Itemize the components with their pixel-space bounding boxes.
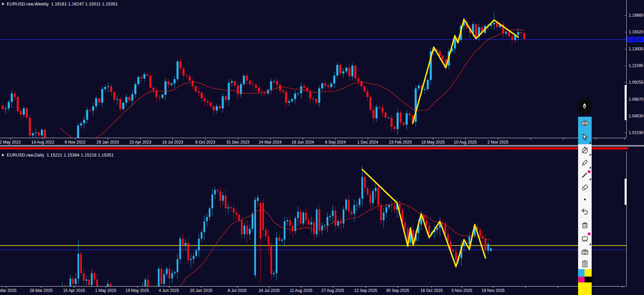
candle-body — [189, 76, 191, 81]
candle-body — [408, 113, 411, 115]
candle-body — [291, 99, 293, 101]
tool-eraser-button[interactable] — [578, 181, 592, 194]
candle-body — [487, 244, 489, 250]
candle-body — [351, 66, 353, 76]
time-axis-tick — [622, 286, 623, 288]
tool-clipboard-button[interactable] — [578, 258, 592, 269]
candle-body — [201, 93, 203, 98]
candle-body — [329, 216, 331, 217]
candle-body — [185, 243, 186, 245]
color-swatch[interactable] — [578, 269, 585, 277]
candle-body — [143, 74, 145, 79]
candle-body — [146, 74, 149, 76]
daily-time-axis[interactable]: 2 Mar 202528 Mar 202515 Apr 20251 May 20… — [0, 286, 626, 294]
separator-red-band — [0, 147, 628, 149]
candle-body — [270, 81, 272, 90]
date-label: 19 May 2025 — [125, 288, 149, 293]
candle-body — [96, 280, 98, 286]
candle-body — [195, 86, 197, 92]
color-swatch[interactable] — [578, 277, 585, 282]
pen-tool-button[interactable] — [577, 99, 592, 115]
candle-body — [95, 98, 97, 106]
candle-body — [369, 194, 371, 203]
tool-trash-button[interactable] — [578, 218, 592, 231]
candle-body — [113, 92, 115, 100]
separator-white-line — [0, 146, 644, 146]
timer-off-icon — [580, 146, 589, 154]
candle-body — [309, 91, 311, 98]
candle-body — [195, 250, 197, 256]
tool-timer-off-button[interactable] — [578, 144, 592, 156]
candle-body — [119, 99, 121, 109]
candle-body — [335, 211, 336, 226]
daily-chart-title: EURUSD.raw,Daily 1.15221 1.15384 1.15218… — [2, 153, 114, 158]
zigzag-line[interactable] — [413, 19, 518, 124]
candle-body — [380, 205, 382, 220]
tool-line-button[interactable] — [578, 169, 592, 181]
date-label: 24 Mar 2024 — [259, 140, 281, 145]
candle-body — [243, 76, 245, 84]
candle-body — [23, 108, 25, 115]
date-label: 10 Aug 2025 — [454, 140, 476, 145]
date-label: 14 Aug 2022 — [31, 140, 54, 145]
daily-scale-slider[interactable] — [625, 179, 627, 205]
candle-body — [428, 226, 430, 234]
tool-cursor-button[interactable] — [578, 130, 592, 144]
candle-body — [207, 101, 209, 103]
separator-gray-line — [0, 145, 644, 145]
weekly-time-axis[interactable]: 2 May 202214 Aug 20226 Nov 202229 Jan 20… — [0, 138, 626, 145]
candle-body — [390, 118, 393, 127]
tool-dot-button[interactable] — [578, 194, 592, 204]
candle-body — [302, 213, 304, 224]
candle-body — [77, 126, 79, 138]
candle-body — [140, 77, 142, 78]
color-swatch[interactable] — [585, 277, 592, 282]
tool-camera-button[interactable] — [578, 246, 592, 258]
undo-icon — [580, 207, 589, 216]
tool-eye-button[interactable] — [578, 117, 592, 130]
price-axis-tick — [625, 32, 627, 32]
weekly-plot-area[interactable] — [0, 0, 626, 138]
candle-body — [182, 68, 185, 76]
candle-body — [153, 88, 155, 91]
candle-body — [361, 177, 363, 198]
tool-easel-button[interactable] — [578, 231, 592, 246]
candle-body — [284, 221, 285, 240]
candle-body — [169, 269, 170, 279]
candle-body — [234, 81, 236, 86]
price-axis-tick — [625, 133, 627, 133]
tool-pencil-button[interactable] — [578, 156, 592, 169]
candle-body — [442, 56, 444, 59]
candle-body — [265, 230, 267, 236]
candle-body — [17, 97, 19, 111]
candle-body — [330, 83, 332, 87]
date-label: 20 Jun 2025 — [190, 288, 212, 293]
candle-body — [86, 280, 87, 281]
candle-body — [160, 269, 162, 284]
candle-body — [206, 217, 208, 222]
candle-body — [171, 83, 173, 85]
candle-body — [436, 228, 438, 230]
pink-dot-indicator — [588, 170, 591, 173]
color-swatch[interactable] — [585, 269, 592, 277]
candle-body — [209, 208, 210, 217]
candle-body — [358, 79, 360, 81]
date-label: 8 Sep 2024 — [325, 140, 346, 145]
weekly-scale-slider[interactable] — [625, 85, 627, 120]
candle-body — [192, 81, 194, 86]
candle-body — [517, 32, 519, 35]
candle-body — [372, 191, 374, 203]
candle-body — [174, 272, 176, 273]
daily-plot-area[interactable] — [0, 151, 626, 286]
candle-body — [455, 251, 457, 260]
date-label: 1 May 2025 — [95, 288, 117, 293]
tool-undo-button[interactable] — [578, 204, 592, 219]
candle-body — [41, 130, 43, 135]
active-color-swatch[interactable] — [578, 282, 592, 295]
price-label: 1.02190 — [629, 130, 643, 135]
pink-dot-indicator — [588, 232, 591, 235]
time-axis-tick — [530, 138, 531, 140]
candle-body — [179, 239, 181, 259]
candle-body — [426, 220, 428, 226]
candle-body — [369, 97, 371, 110]
